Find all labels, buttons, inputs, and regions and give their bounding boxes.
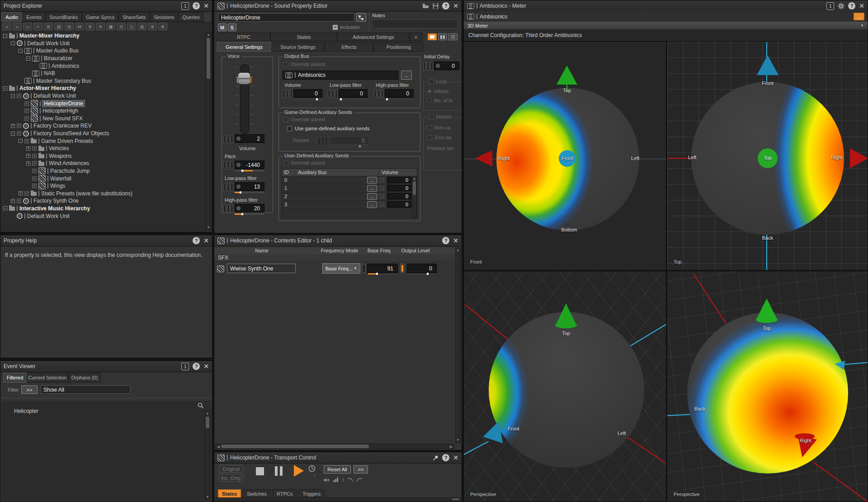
collapse-icon[interactable]: − (11, 132, 15, 136)
play-button[interactable] (294, 465, 304, 477)
stop-button[interactable] (256, 467, 264, 475)
filter-expand-button[interactable]: >> (21, 385, 38, 394)
tree-item[interactable]: ✓HelicopterDrone (1, 99, 206, 107)
column-header-name[interactable]: Name (255, 248, 268, 253)
transport-more-button[interactable]: >> (354, 465, 368, 474)
aux-browse-button[interactable]: ... (367, 193, 377, 200)
aux-volume-sliders-icon[interactable] (379, 194, 385, 199)
bus-hpf-sliders-icon[interactable] (374, 90, 384, 98)
inclusion-checkbox[interactable]: ✓ (17, 123, 21, 128)
lpf-sliders-icon[interactable] (223, 183, 233, 191)
tree-item[interactable]: +✓Weapons (1, 152, 206, 160)
volume-slider-handle[interactable] (238, 72, 250, 85)
contents-h-scrollbar[interactable]: ◀ ▶ (215, 444, 454, 449)
search-icon[interactable] (198, 403, 204, 409)
meter-perspective-right-view[interactable]: Top Back Right Perspective (667, 271, 868, 502)
tab-current-selection[interactable]: Current Selection (27, 373, 68, 383)
aux-volume-sliders-icon[interactable] (379, 185, 385, 191)
layout-list-button[interactable] (448, 33, 458, 40)
bus-lpf-sliders-icon[interactable] (328, 90, 338, 98)
tab-triggers[interactable]: Triggers (298, 489, 325, 498)
override-parent-checkbox[interactable] (283, 117, 288, 122)
frequency-mode-dropdown[interactable]: Base Freq...▼ (322, 263, 360, 274)
inclusion-checkbox[interactable]: ✓ (32, 154, 37, 158)
non-cachable-checkbox[interactable] (427, 125, 432, 130)
close-icon[interactable]: ✕ (203, 3, 209, 9)
tree-item[interactable]: −✓∪Factory SoundSeed Air Objects (1, 130, 206, 137)
meter-top-view[interactable]: Front Left Top Right Back Top (667, 42, 868, 270)
close-icon[interactable]: ✕ (453, 3, 458, 9)
column-header-output-level[interactable]: Output Level (401, 248, 429, 253)
tab-item[interactable]: + (410, 33, 422, 41)
inclusion-checkbox[interactable]: ✓ (32, 184, 37, 188)
event-list-scrollbar[interactable]: ▲ ▼ (205, 411, 210, 500)
tab-states[interactable]: States (218, 489, 241, 498)
tree-item[interactable]: +✓∪Factory Crankcase REV (1, 122, 206, 130)
help-icon[interactable]: ? (442, 454, 449, 461)
help-icon[interactable]: ? (193, 2, 200, 9)
highpass-curve-icon[interactable] (357, 478, 363, 482)
col-aux-bus[interactable]: Auxiliary Bus (295, 170, 379, 175)
tab-source-settings[interactable]: Source Settings (271, 42, 325, 52)
collapse-icon[interactable]: − (19, 49, 23, 53)
tree-item[interactable]: ✓HelicopterHigh (1, 107, 206, 115)
close-icon[interactable]: ✕ (453, 455, 458, 461)
tab-switches[interactable]: Switches (243, 489, 271, 498)
crossfade-icon[interactable]: ⋈ (75, 23, 84, 30)
tab-rtpc[interactable]: RTPC (217, 33, 270, 41)
base-freq-field[interactable]: 91 (367, 264, 398, 273)
pause-button[interactable] (275, 466, 283, 476)
sequence-icon[interactable]: ≋ (96, 23, 105, 30)
tree-item[interactable]: ✓Waterfall (1, 175, 206, 182)
tree-item[interactable]: +✓Wind Ambiences (1, 160, 206, 167)
inc-only-button[interactable]: Inc. Only (219, 474, 243, 482)
hpf-sliders-icon[interactable] (223, 204, 233, 213)
table-icon[interactable]: ▥ (137, 23, 146, 30)
list-icon[interactable]: ▤ (54, 23, 63, 30)
tree-item[interactable]: ✓Parachute Jump (1, 167, 206, 175)
mute-button[interactable]: M (218, 24, 226, 31)
tab-orphans-0[interactable]: Orphans (0) (68, 373, 101, 383)
inclusion-checkbox[interactable]: ✓ (32, 169, 37, 173)
tree-item[interactable]: −✓Game Driven Presets (1, 137, 206, 145)
tab-general-settings[interactable]: General Settings (217, 42, 271, 52)
help-icon[interactable]: ? (442, 237, 449, 244)
dock-number-icon[interactable]: 1 (181, 2, 189, 10)
expand-icon[interactable]: + (19, 191, 23, 195)
tree-item[interactable]: −Binauralizer (1, 55, 206, 62)
tree-item[interactable]: Master Secondary Bus (1, 77, 206, 85)
inclusion-checkbox[interactable]: ✓ (24, 139, 29, 143)
level-bars-icon[interactable] (333, 478, 339, 482)
aux-volume-sliders-icon[interactable] (379, 177, 385, 183)
aux-browse-button[interactable]: ... (367, 177, 377, 184)
tree-item[interactable]: +✓Static Presets (wave file substitution… (1, 189, 206, 197)
dock-number-icon[interactable]: 1 (826, 2, 834, 10)
sfx-icon[interactable]: ⊛ (85, 23, 94, 30)
object-name-input[interactable]: HelicopterDrone (218, 13, 354, 22)
output-bus-selector[interactable]: Ambisonics (283, 71, 398, 80)
tree-item[interactable]: −Actor-Mixer Hierarchy (1, 85, 206, 92)
expand-icon[interactable]: + (26, 147, 30, 151)
lowpass-curve-icon[interactable] (348, 478, 354, 482)
tab-sessions[interactable]: Sessions (150, 12, 179, 22)
zero-latency-checkbox[interactable] (427, 135, 432, 140)
initial-delay-sliders-icon[interactable] (423, 62, 433, 71)
tab-advanced-settings[interactable]: Advanced Settings (337, 33, 410, 41)
inclusion-checkbox[interactable]: ✓ (32, 176, 37, 181)
col-volume[interactable]: Volume (379, 170, 417, 175)
bus-browse-button[interactable]: ... (401, 71, 412, 80)
meter-perspective-left-view[interactable]: Top Front Left Perspective (464, 271, 666, 502)
aux-volume-field[interactable]: 0 (387, 193, 411, 199)
use-game-aux-checkbox[interactable] (287, 126, 292, 131)
bus-lpf-field[interactable]: 0 (339, 89, 368, 98)
mixer-icon[interactable]: ≡ (33, 23, 42, 30)
contents-v-scrollbar[interactable]: ▲ ▼ (455, 247, 461, 443)
tab-events[interactable]: Events (22, 12, 46, 22)
close-icon[interactable]: ✕ (203, 237, 209, 244)
inclusion-checkbox[interactable]: ✓ (333, 25, 338, 30)
matrix-icon[interactable]: ⊕ (148, 23, 157, 30)
layout-single-button[interactable] (428, 33, 437, 40)
expand-icon[interactable]: + (26, 161, 30, 166)
help-icon[interactable]: ? (193, 237, 200, 244)
tree-scrollbar[interactable]: ▲ ▼ (206, 32, 211, 230)
